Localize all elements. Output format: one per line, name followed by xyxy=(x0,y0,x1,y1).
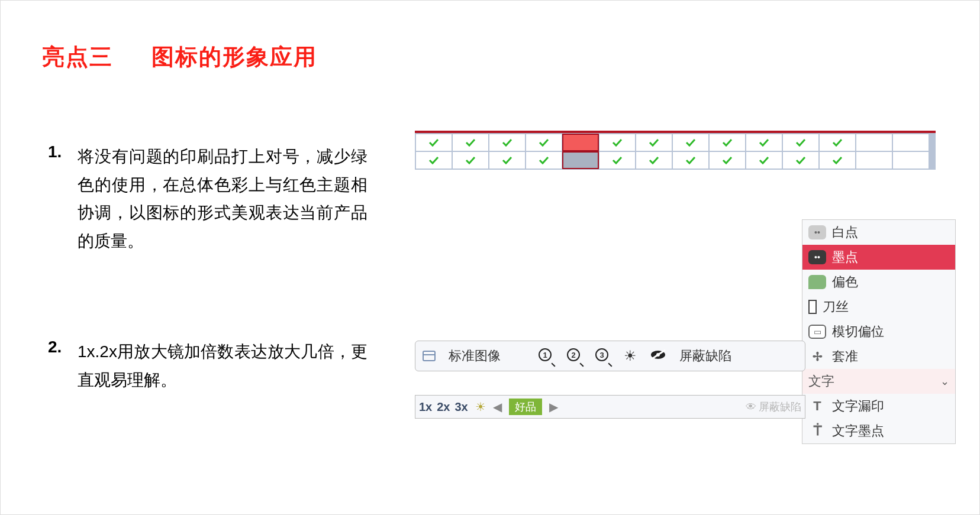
defect-label: 偏色 xyxy=(832,273,858,291)
quality-badge: 好品 xyxy=(509,399,542,415)
check-icon xyxy=(832,138,843,147)
color-shift-icon xyxy=(808,275,826,289)
brightness-icon[interactable]: ☀ xyxy=(475,400,486,414)
register-icon: ✢ xyxy=(808,349,826,364)
status-cell[interactable] xyxy=(783,134,818,151)
check-icon xyxy=(685,156,696,164)
status-cell[interactable] xyxy=(856,134,892,151)
mask-defect-disabled: 👁 屏蔽缺陷 xyxy=(746,400,801,414)
check-icon xyxy=(465,138,476,147)
status-cell[interactable] xyxy=(746,134,782,151)
text-dot-icon: Ṫ xyxy=(808,424,826,438)
check-icon xyxy=(722,156,733,164)
std-image-label: 标准图像 xyxy=(449,347,501,365)
item-number: 2. xyxy=(48,338,78,394)
eye-off-icon: 👁 xyxy=(746,401,756,413)
zoom-1x[interactable]: 1x xyxy=(419,400,432,414)
check-icon xyxy=(612,156,623,164)
check-icon xyxy=(539,156,549,164)
status-cell[interactable] xyxy=(489,152,525,169)
status-cell[interactable] xyxy=(563,152,598,169)
item-text: 1x.2x用放大镜加倍数表达放大几倍，更直观易理解。 xyxy=(78,338,368,394)
check-icon xyxy=(539,138,549,147)
zoom-3x[interactable]: 3x xyxy=(455,400,468,414)
status-cell[interactable] xyxy=(856,152,892,169)
bullet-list: 1. 将没有问题的印刷品打上对号，减少绿色的使用，在总体色彩上与红色主题相协调，… xyxy=(48,142,368,477)
defect-item-color-shift[interactable]: 偏色 xyxy=(802,270,955,294)
status-cell[interactable] xyxy=(893,134,929,151)
white-dot-icon: •• xyxy=(808,225,826,239)
status-cell[interactable] xyxy=(820,152,855,169)
check-icon xyxy=(649,138,659,147)
check-icon xyxy=(428,138,439,147)
next-arrow-icon[interactable]: ▶ xyxy=(547,400,560,414)
check-icon xyxy=(795,138,806,147)
defect-label: 白点 xyxy=(832,224,858,241)
status-cell[interactable] xyxy=(526,152,562,169)
check-icon xyxy=(795,156,806,164)
zoom-2x[interactable]: 2x xyxy=(437,400,450,414)
zoom-2x-button[interactable]: 2 xyxy=(567,348,582,364)
item-number: 1. xyxy=(48,142,78,255)
status-cell[interactable] xyxy=(416,134,452,151)
status-cell[interactable] xyxy=(599,134,635,151)
defect-item-ink-dot[interactable]: ••墨点 xyxy=(802,245,955,270)
check-icon xyxy=(502,138,512,147)
status-cell[interactable] xyxy=(673,134,708,151)
text-miss-icon: T xyxy=(808,399,826,413)
status-cell[interactable] xyxy=(416,152,452,169)
zoom-3x-button[interactable]: 3 xyxy=(595,348,611,364)
status-cell[interactable] xyxy=(710,134,745,151)
title-part1: 亮点三 xyxy=(42,44,113,69)
status-cell[interactable] xyxy=(526,134,562,151)
status-cell[interactable] xyxy=(489,134,525,151)
status-cell[interactable] xyxy=(746,152,782,169)
defect-label: 刀丝 xyxy=(823,298,849,316)
toolbar-old: 1x 2x 3x ☀ ◀ 好品 ▶ 👁 屏蔽缺陷 xyxy=(415,395,805,419)
check-icon xyxy=(428,156,439,164)
defect-item-diecut-off[interactable]: ▭模切偏位 xyxy=(802,319,955,344)
knife-line-icon xyxy=(808,300,817,314)
mask-defect-label: 屏蔽缺陷 xyxy=(679,347,731,365)
defect-label: 套准 xyxy=(832,348,858,365)
defect-item-text-group[interactable]: 文字⌄ xyxy=(802,369,955,394)
status-cell[interactable] xyxy=(563,134,598,151)
check-icon xyxy=(612,138,623,147)
diecut-off-icon: ▭ xyxy=(808,325,826,339)
window-icon xyxy=(423,351,436,361)
defect-item-white-dot[interactable]: ••白点 xyxy=(802,220,955,245)
status-cell[interactable] xyxy=(453,134,488,151)
check-icon xyxy=(502,156,512,164)
defect-label: 模切偏位 xyxy=(832,323,884,341)
chevron-down-icon: ⌄ xyxy=(940,375,949,388)
status-cell[interactable] xyxy=(636,152,672,169)
defect-label: 文字墨点 xyxy=(832,422,884,440)
status-cell[interactable] xyxy=(673,152,708,169)
status-cell[interactable] xyxy=(820,134,855,151)
status-cell[interactable] xyxy=(599,152,635,169)
defect-item-text-miss[interactable]: T文字漏印 xyxy=(802,394,955,419)
defect-item-knife-line[interactable]: 刀丝 xyxy=(802,294,955,319)
status-cell[interactable] xyxy=(783,152,818,169)
brightness-icon[interactable]: ☀ xyxy=(624,348,637,364)
status-cell[interactable] xyxy=(710,152,745,169)
check-icon xyxy=(722,138,733,147)
check-icon xyxy=(759,156,769,164)
status-cell[interactable] xyxy=(893,152,929,169)
defect-item-text-dot[interactable]: Ṫ文字墨点 xyxy=(802,419,955,443)
check-icon xyxy=(759,138,769,147)
defect-label: 文字 xyxy=(808,373,834,390)
slide-title: 亮点三 图标的形象应用 xyxy=(42,42,938,72)
status-cell[interactable] xyxy=(453,152,488,169)
defect-panel: ••白点••墨点偏色刀丝▭模切偏位✢套准文字⌄T文字漏印Ṫ文字墨点 xyxy=(802,219,956,444)
defect-item-register[interactable]: ✢套准 xyxy=(802,344,955,369)
defect-label: 文字漏印 xyxy=(832,397,884,415)
list-item: 1. 将没有问题的印刷品打上对号，减少绿色的使用，在总体色彩上与红色主题相协调，… xyxy=(48,142,368,255)
check-icon xyxy=(465,156,476,164)
status-cell[interactable] xyxy=(636,134,672,151)
prev-arrow-icon[interactable]: ◀ xyxy=(491,400,504,414)
check-icon xyxy=(685,138,696,147)
toolbar-new: 标准图像 1 2 3 ☀ 屏蔽缺陷 xyxy=(415,341,805,371)
mask-defect-icon[interactable] xyxy=(650,348,666,364)
zoom-1x-button[interactable]: 1 xyxy=(539,348,554,364)
